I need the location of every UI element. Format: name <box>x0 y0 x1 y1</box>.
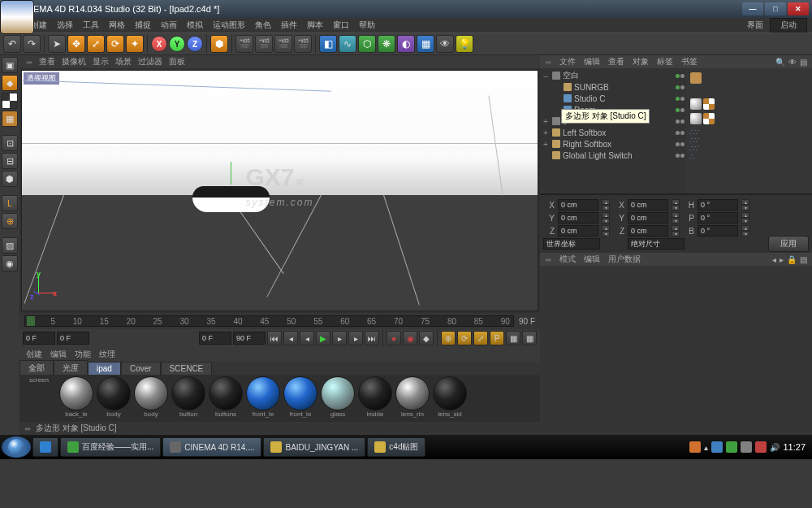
render-view-button[interactable]: 🎬 <box>235 35 253 53</box>
om-tab-obj[interactable]: 对象 <box>633 56 649 67</box>
vtab-scene[interactable]: 场景 <box>115 56 132 67</box>
mtab-scence[interactable]: SCENCE <box>161 362 213 376</box>
taskbar-item[interactable]: CINEMA 4D R14.... <box>162 437 261 457</box>
material-item[interactable]: body <box>133 376 169 420</box>
frame-a-field[interactable]: 0 F <box>199 332 231 345</box>
attr-tab-edit[interactable]: 编辑 <box>584 254 600 265</box>
layout-select[interactable]: 启动 <box>770 18 807 33</box>
pos-x-field[interactable]: 0 cm <box>558 199 598 211</box>
size-z-field[interactable]: 0 cm <box>628 225 668 237</box>
tray-icon[interactable] <box>711 441 723 453</box>
nav-fwd-icon[interactable]: ▸ <box>780 255 784 264</box>
om-tab-edit[interactable]: 编辑 <box>584 56 600 67</box>
pos-y-field[interactable]: 0 cm <box>558 212 598 224</box>
rotate-tool[interactable]: ⟳ <box>106 35 124 53</box>
close-button[interactable]: ✕ <box>788 2 809 15</box>
scene-object[interactable] <box>192 186 270 212</box>
mat-menu-tex[interactable]: 纹理 <box>99 349 115 360</box>
material-item[interactable]: lens_sid <box>432 376 468 420</box>
coord-system-button[interactable]: ⬢ <box>210 35 228 53</box>
om-tab-file[interactable]: 文件 <box>559 56 576 67</box>
material-item[interactable]: glass <box>320 376 356 420</box>
texture-mode[interactable] <box>2 93 18 109</box>
make-editable[interactable]: ▣ <box>2 57 18 73</box>
point-mode[interactable]: ⊡ <box>2 135 18 151</box>
taskbar-item[interactable]: c4d贴图 <box>367 437 425 457</box>
menu-select[interactable]: 选择 <box>57 20 73 31</box>
record-button[interactable]: ● <box>387 331 401 345</box>
key-rot-button[interactable]: ⟳ <box>457 331 472 345</box>
frame-current-field[interactable]: 0 F <box>57 332 89 345</box>
render-region-button[interactable]: 🎬 <box>255 35 273 53</box>
pos-z-field[interactable]: 0 cm <box>558 225 598 237</box>
light-button[interactable]: 💡 <box>456 35 473 53</box>
menu-plugins[interactable]: 插件 <box>281 20 297 31</box>
menu-icon[interactable]: ▤ <box>800 255 807 264</box>
tray-icon[interactable] <box>726 441 737 453</box>
x-axis-lock[interactable]: X <box>151 36 167 52</box>
attr-tab-mode[interactable]: 模式 <box>559 254 576 265</box>
viewport[interactable]: 透视视图 GX7网 system.com y x z <box>21 70 538 311</box>
tag-icon[interactable] <box>690 113 702 124</box>
edge-mode[interactable]: ⊟ <box>2 153 18 169</box>
tree-row[interactable]: SUNRGB <box>542 81 685 93</box>
tray-icon[interactable] <box>741 441 752 453</box>
coord-mode-select[interactable]: 世界坐标 <box>543 238 600 250</box>
key-opt2-button[interactable]: ▦ <box>522 331 537 345</box>
cube-primitive[interactable]: ◧ <box>319 35 337 53</box>
frame-b-field[interactable]: 90 F <box>233 332 266 345</box>
tree-row[interactable]: +Left Softbox <box>542 127 685 138</box>
tag-icon[interactable] <box>703 113 715 124</box>
material-item[interactable]: inside <box>357 376 393 420</box>
next-key-button[interactable]: ▸ <box>348 331 363 345</box>
volume-icon[interactable]: 🔊 <box>770 443 780 452</box>
material-item[interactable]: front_le <box>283 376 318 420</box>
menu-char[interactable]: 角色 <box>255 20 271 31</box>
menu-anim[interactable]: 动画 <box>161 20 177 31</box>
y-axis-lock[interactable]: Y <box>169 36 185 52</box>
goto-end-button[interactable]: ⏭ <box>365 331 379 345</box>
attr-tab-user[interactable]: 用户数据 <box>608 254 641 265</box>
rot-p-field[interactable]: 0 ° <box>698 212 738 224</box>
environment-button[interactable]: ▦ <box>417 35 434 53</box>
camera-button[interactable]: 👁 <box>436 35 454 53</box>
mtab-cover[interactable]: Cover <box>121 362 161 376</box>
material-item[interactable]: front_le <box>245 376 281 420</box>
select-tool[interactable]: ➤ <box>48 35 66 53</box>
scale-tool[interactable]: ⤢ <box>87 35 105 53</box>
menu-snap[interactable]: 捕捉 <box>135 20 151 31</box>
object-tree[interactable]: –空白 SUNRGB Studio C Room +o +Left Softbo… <box>540 68 686 193</box>
soft-select[interactable]: ◉ <box>2 255 18 271</box>
tag-icon[interactable] <box>703 98 715 110</box>
render-pv-button[interactable]: 🎬 <box>294 35 312 53</box>
key-scale-button[interactable]: ⤢ <box>473 331 488 345</box>
system-tray[interactable]: ▴ 🔊 11:27 <box>689 441 810 453</box>
om-tab-book[interactable]: 书签 <box>681 56 698 67</box>
menu-mograph[interactable]: 运动图形 <box>213 20 245 31</box>
size-y-field[interactable]: 0 cm <box>628 212 668 224</box>
menu-script[interactable]: 脚本 <box>307 20 323 31</box>
taskbar-item[interactable]: 百度经验——实用... <box>60 437 161 457</box>
spline-tool[interactable]: ∿ <box>339 35 356 53</box>
menu-help[interactable]: 帮助 <box>359 20 375 31</box>
mat-menu-create[interactable]: 创建 <box>26 349 42 360</box>
size-x-field[interactable]: 0 cm <box>628 199 668 211</box>
snap-toggle[interactable]: ▨ <box>2 237 18 254</box>
maximize-button[interactable]: □ <box>765 2 786 15</box>
apply-button[interactable]: 应用 <box>768 236 809 252</box>
redo-button[interactable]: ↷ <box>23 35 41 53</box>
generator2-button[interactable]: ❋ <box>378 35 395 53</box>
vtab-camera[interactable]: 摄像机 <box>62 56 86 67</box>
play-button[interactable]: ▶ <box>316 331 330 345</box>
generator-button[interactable]: ⬡ <box>358 35 376 53</box>
menu-sim[interactable]: 模拟 <box>187 20 203 31</box>
rot-h-field[interactable]: 0 ° <box>698 199 738 211</box>
key-param-button[interactable]: P <box>490 331 504 345</box>
lasttool-button[interactable]: ✦ <box>126 35 144 53</box>
axis-mode[interactable]: L <box>2 195 18 211</box>
tree-row[interactable]: Studio C <box>542 93 685 104</box>
move-tool[interactable]: ✥ <box>67 35 85 53</box>
minimize-button[interactable]: — <box>742 2 763 15</box>
material-item[interactable]: screen <box>21 376 57 420</box>
tree-row[interactable]: Global Light Switch <box>542 150 685 161</box>
